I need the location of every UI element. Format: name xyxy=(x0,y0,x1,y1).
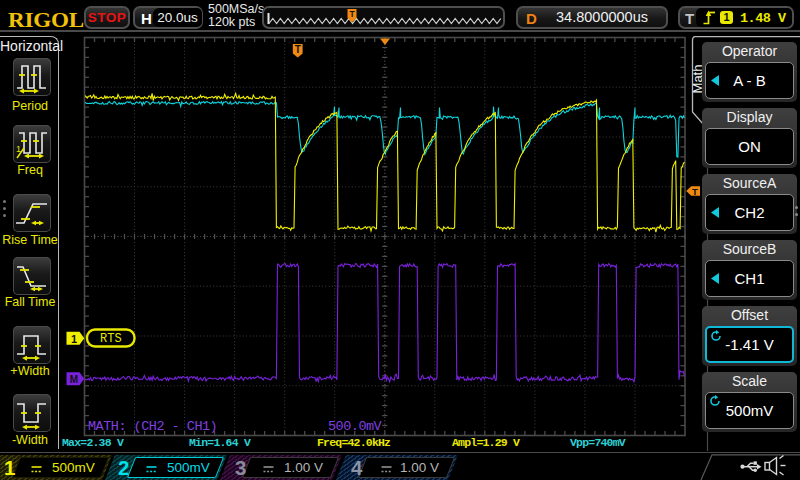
svg-text:M: M xyxy=(70,374,78,385)
svg-text:1: 1 xyxy=(71,333,77,345)
svg-text:T: T xyxy=(349,9,355,19)
svg-text:T: T xyxy=(295,44,301,55)
svg-text:RTS: RTS xyxy=(100,332,122,346)
